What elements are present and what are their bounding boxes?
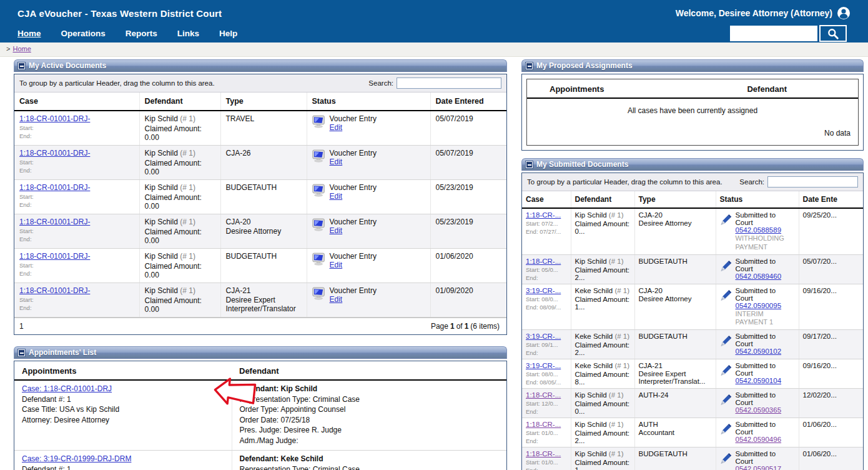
collapse-icon[interactable] <box>526 161 533 168</box>
status-text: Submitted to Court <box>736 450 795 465</box>
defendant-name: Keke Schild <box>575 362 613 369</box>
table-row: 1:18-CR-... Start: 07/2... End: 07/27/..… <box>522 208 863 254</box>
claimed-amount: Claimed Amount: 0.00 <box>145 296 215 314</box>
breadcrumb-home-link[interactable]: Home <box>12 45 31 52</box>
edit-link[interactable]: Edit <box>330 261 343 269</box>
voucher-type: CJA-20 <box>639 287 712 294</box>
column-header-type[interactable]: Type <box>634 191 716 208</box>
edit-link[interactable]: Edit <box>330 295 343 304</box>
panel-my-submitted-documents: My Submitted Documents To group by a par… <box>521 158 864 470</box>
column-header-type[interactable]: Type <box>220 92 307 111</box>
status-text: Submitted to Court <box>736 391 795 406</box>
voucher-type: CJA-21 <box>226 286 302 295</box>
status-text: Voucher Entry <box>330 286 377 295</box>
pen-icon <box>720 289 732 302</box>
case-link[interactable]: 1:18-CR-... <box>526 421 561 428</box>
collapse-icon[interactable] <box>526 62 533 69</box>
case-link[interactable]: 1:18-CR-... <box>526 450 561 458</box>
column-header-case[interactable]: Case <box>14 92 139 111</box>
pager: 1 Page1of1(6 items) <box>14 318 506 334</box>
column-header-date-entered[interactable]: Date Ente <box>799 191 863 208</box>
case-link[interactable]: 1:18-CR-01001-DRJ- <box>19 183 90 192</box>
voucher-number-link[interactable]: 0542.0590496 <box>736 436 782 443</box>
voucher-number-link[interactable]: 0542.0589460 <box>736 272 782 280</box>
claimed-amount: Claimed Amount: 8... <box>575 371 631 386</box>
edit-link[interactable]: Edit <box>330 192 343 201</box>
case-link[interactable]: 1:18-CR-01001-DRJ- <box>19 286 90 295</box>
voucher-number-link[interactable]: 0542.0590517 <box>736 465 782 470</box>
submitted-documents-search-input[interactable] <box>767 176 858 188</box>
global-search <box>730 25 847 42</box>
table-row: 1:18-CR-... Start: 01/0... End: Kip Schi… <box>522 448 863 470</box>
column-header-case[interactable]: Case <box>522 191 571 208</box>
column-header-defendant[interactable]: Defendant <box>571 191 634 208</box>
status-text: Voucher Entry <box>330 149 377 158</box>
case-link[interactable]: 3:19-CR-... <box>526 287 561 294</box>
column-header-defendant[interactable]: Defendant <box>139 92 220 111</box>
appointment-case-link[interactable]: Case: 3:19-CR-01999-DRJ-DRM <box>22 454 131 463</box>
case-link[interactable]: 1:18-CR-01001-DRJ- <box>19 252 90 261</box>
global-search-input[interactable] <box>730 26 817 41</box>
appointment-case-link[interactable]: Case: 1:18-CR-01001-DRJ <box>22 384 112 393</box>
defendant-name: Keke Schild <box>575 332 613 340</box>
date-entered: 01/06/20... <box>799 448 863 470</box>
table-row: 1:18-CR-01001-DRJ- Start: End: Kip Schil… <box>14 111 506 146</box>
case-link[interactable]: 1:18-CR-... <box>526 211 561 219</box>
case-link[interactable]: 1:18-CR-... <box>526 391 561 399</box>
voucher-number-link[interactable]: 0542.0590104 <box>736 377 782 384</box>
defendant-name: Kip Schild <box>575 211 607 219</box>
claimed-amount: Claimed Amount: 1... <box>575 459 631 470</box>
defendant-name: Kip Schild <box>145 218 178 226</box>
case-link[interactable]: 3:19-CR-... <box>526 362 561 369</box>
collapse-icon[interactable] <box>18 349 25 356</box>
column-header-defendant[interactable]: Defendant <box>232 361 506 380</box>
voucher-type: AUTH-24 <box>639 391 712 399</box>
case-link[interactable]: 1:18-CR-01001-DRJ- <box>19 218 90 226</box>
table-row: 1:18-CR-... Start: 05/0... End: Kip Schi… <box>522 254 863 284</box>
edit-link[interactable]: Edit <box>330 158 343 166</box>
nav-help[interactable]: Help <box>219 29 237 38</box>
column-header-date-entered[interactable]: Date Entered <box>430 92 506 111</box>
table-row: 1:18-CR-01001-DRJ- Start: End: Kip Schil… <box>14 283 506 318</box>
table-row: 1:18-CR-01001-DRJ- Start: End: Kip Schil… <box>14 214 506 249</box>
column-header-appointments[interactable]: Appointments <box>14 361 232 380</box>
welcome-text: Welcome, Desiree Attorney (Attorney) <box>676 6 851 20</box>
case-link[interactable]: 1:18-CR-01001-DRJ- <box>19 149 90 158</box>
nav-operations[interactable]: Operations <box>61 29 106 38</box>
status-text: Voucher Entry <box>330 114 377 123</box>
claimed-amount: Claimed Amount: 2... <box>575 266 631 281</box>
active-documents-search-input[interactable] <box>397 78 501 89</box>
page-number-button[interactable]: 1 <box>19 322 24 331</box>
table-row: 1:18-CR-01001-DRJ- Start: End: Kip Schil… <box>14 180 506 214</box>
edit-link[interactable]: Edit <box>330 226 343 235</box>
appointments-table: Appointments Defendant Case: 1:18-CR-010… <box>14 361 506 470</box>
case-link[interactable]: 3:19-CR-... <box>526 332 561 340</box>
claimed-amount: Claimed Amount: 0.00 <box>145 228 215 245</box>
global-search-button[interactable] <box>819 25 847 42</box>
collapse-icon[interactable] <box>18 62 25 69</box>
computer-monitor-icon <box>312 184 326 199</box>
voucher-number-link[interactable]: 0542.0590095 <box>736 302 782 309</box>
computer-monitor-icon <box>312 149 326 164</box>
pen-icon <box>720 452 732 466</box>
case-link[interactable]: 1:18-CR-... <box>526 258 561 265</box>
date-entered: 01/06/2020 <box>430 249 506 283</box>
date-entered: 05/07/2019 <box>430 146 506 180</box>
pager-summary: Page1of1(6 items) <box>431 322 501 331</box>
column-header-status[interactable]: Status <box>716 191 799 208</box>
nav-reports[interactable]: Reports <box>126 29 157 38</box>
date-entered: 09/16/20... <box>799 359 863 389</box>
nav-home[interactable]: Home <box>17 29 41 38</box>
nav-links[interactable]: Links <box>177 29 199 38</box>
pen-icon <box>720 364 732 378</box>
voucher-number-link[interactable]: 0542.0590102 <box>736 348 782 355</box>
defendant-name: Kip Schild <box>145 183 178 192</box>
panel-my-proposed-assignments: My Proposed Assignments Appointments Def… <box>521 59 864 151</box>
voucher-number-link[interactable]: 0542.0590365 <box>736 406 782 414</box>
voucher-number-link[interactable]: 0542.0588589 <box>736 226 782 234</box>
user-profile-icon[interactable] <box>837 6 851 20</box>
case-link[interactable]: 1:18-CR-01001-DRJ- <box>19 114 90 123</box>
pen-icon <box>720 214 732 227</box>
edit-link[interactable]: Edit <box>330 123 343 132</box>
column-header-status[interactable]: Status <box>307 92 430 111</box>
